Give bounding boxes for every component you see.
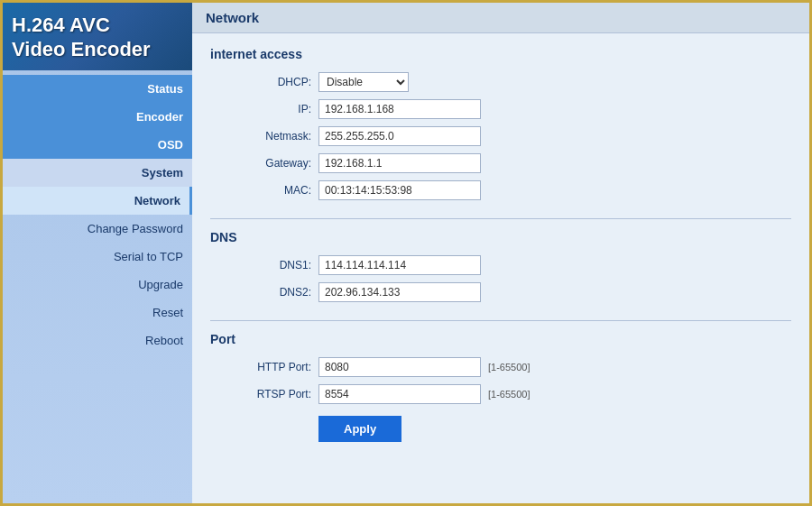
internet-access-title: internet access [210, 47, 791, 61]
mac-label: MAC: [210, 184, 318, 197]
rtsp-port-label: RTSP Port: [210, 388, 318, 400]
ip-row: IP: [210, 99, 791, 119]
sidebar-item-network[interactable]: Network [3, 187, 192, 215]
dns2-label: DNS2: [210, 286, 318, 299]
rtsp-port-hint: [1-65500] [488, 389, 530, 400]
dns-section: DNS DNS1: DNS2: [210, 230, 791, 302]
sidebar: H.264 AVC Video Encoder Status Encoder O… [3, 3, 192, 503]
ip-input[interactable] [318, 99, 481, 119]
main-content: Network internet access DHCP: Disable En… [192, 3, 809, 503]
http-port-label: HTTP Port: [210, 361, 318, 373]
gateway-input[interactable] [318, 153, 481, 173]
sidebar-item-reboot[interactable]: Reboot [3, 327, 192, 354]
sidebar-item-status[interactable]: Status [3, 75, 192, 103]
ip-label: IP: [210, 103, 318, 115]
apply-row: Apply [210, 411, 791, 442]
mac-input[interactable] [318, 180, 481, 200]
mac-row: MAC: [210, 180, 791, 200]
netmask-label: Netmask: [210, 130, 318, 143]
sidebar-item-system[interactable]: System [3, 159, 192, 187]
divider-2 [210, 320, 791, 321]
sidebar-nav: Status Encoder OSD System Network Change… [3, 70, 192, 503]
netmask-row: Netmask: [210, 126, 791, 146]
dns2-input[interactable] [318, 282, 481, 302]
rtsp-port-input[interactable] [318, 384, 481, 404]
dns1-input[interactable] [318, 255, 481, 275]
logo-line1: H.264 AVC [12, 14, 151, 37]
gateway-row: Gateway: [210, 153, 791, 173]
internet-access-section: internet access DHCP: Disable Enable IP:… [210, 47, 791, 200]
sidebar-item-osd[interactable]: OSD [3, 131, 192, 159]
sidebar-item-change-password[interactable]: Change Password [3, 215, 192, 243]
port-section: Port HTTP Port: [1-65500] RTSP Port: [1-… [210, 332, 791, 442]
dns-title: DNS [210, 230, 791, 244]
apply-button[interactable]: Apply [318, 416, 401, 442]
logo-line2: Video Encoder [12, 38, 151, 61]
dns1-row: DNS1: [210, 255, 791, 275]
sidebar-item-serial-to-tcp[interactable]: Serial to TCP [3, 243, 192, 271]
sidebar-item-encoder[interactable]: Encoder [3, 103, 192, 131]
dhcp-row: DHCP: Disable Enable [210, 72, 791, 92]
http-port-hint: [1-65500] [488, 362, 530, 373]
page-title: Network [206, 10, 259, 25]
dns2-row: DNS2: [210, 282, 791, 302]
port-title: Port [210, 332, 791, 346]
logo: H.264 AVC Video Encoder [3, 3, 192, 70]
sidebar-item-upgrade[interactable]: Upgrade [3, 271, 192, 299]
page-header: Network [192, 3, 809, 33]
dhcp-label: DHCP: [210, 76, 318, 88]
http-port-input[interactable] [318, 357, 481, 377]
netmask-input[interactable] [318, 126, 481, 146]
content-area: internet access DHCP: Disable Enable IP:… [192, 33, 809, 503]
gateway-label: Gateway: [210, 157, 318, 170]
rtsp-port-row: RTSP Port: [1-65500] [210, 384, 791, 404]
sidebar-item-reset[interactable]: Reset [3, 299, 192, 327]
divider-1 [210, 218, 791, 219]
dns1-label: DNS1: [210, 259, 318, 271]
dhcp-select[interactable]: Disable Enable [318, 72, 409, 92]
http-port-row: HTTP Port: [1-65500] [210, 357, 791, 377]
